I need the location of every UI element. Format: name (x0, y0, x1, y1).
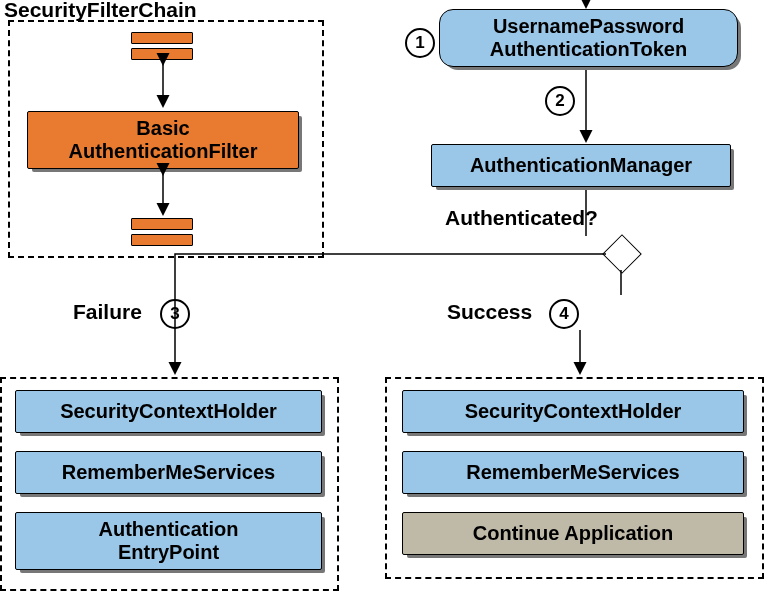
text-line: RememberMeServices (62, 461, 275, 484)
text-line: EntryPoint (118, 541, 219, 564)
authentication-manager-box: AuthenticationManager (431, 144, 731, 187)
text-line: AuthenticationToken (490, 38, 687, 61)
text-line: SecurityContextHolder (60, 400, 277, 423)
diagram-root: SecurityFilterChain Basic Authentication… (0, 0, 784, 592)
failure-remember-me-box: RememberMeServices (15, 451, 322, 494)
step-marker-4: 4 (549, 299, 579, 329)
text-line: UsernamePassword (493, 15, 684, 38)
success-security-context-holder-box: SecurityContextHolder (402, 390, 744, 433)
failure-entry-point-box: Authentication EntryPoint (15, 512, 322, 570)
filter-stack-top-icon (131, 48, 193, 60)
text-line: Continue Application (473, 522, 673, 545)
basic-auth-filter-box: Basic AuthenticationFilter (27, 111, 299, 169)
success-continue-application-box: Continue Application (402, 512, 744, 555)
step-marker-3: 3 (160, 299, 190, 329)
filter-chain-title: SecurityFilterChain (4, 0, 197, 22)
authenticated-question-label: Authenticated? (445, 206, 598, 230)
username-password-token-box: UsernamePassword AuthenticationToken (439, 9, 738, 67)
filter-stack-bottom-icon (131, 218, 193, 230)
filter-stack-top-icon (131, 32, 193, 44)
text-line: AuthenticationFilter (69, 140, 258, 163)
decision-diamond-icon (602, 234, 642, 274)
filter-stack-bottom-icon (131, 234, 193, 246)
failure-label: Failure (73, 300, 142, 324)
step-marker-2: 2 (545, 86, 575, 116)
success-remember-me-box: RememberMeServices (402, 451, 744, 494)
text-line: SecurityContextHolder (465, 400, 682, 423)
text-line: Basic (136, 117, 189, 140)
text-line: RememberMeServices (466, 461, 679, 484)
text-line: AuthenticationManager (470, 154, 692, 177)
step-marker-1: 1 (405, 28, 435, 58)
failure-security-context-holder-box: SecurityContextHolder (15, 390, 322, 433)
text-line: Authentication (99, 518, 239, 541)
success-label: Success (447, 300, 532, 324)
